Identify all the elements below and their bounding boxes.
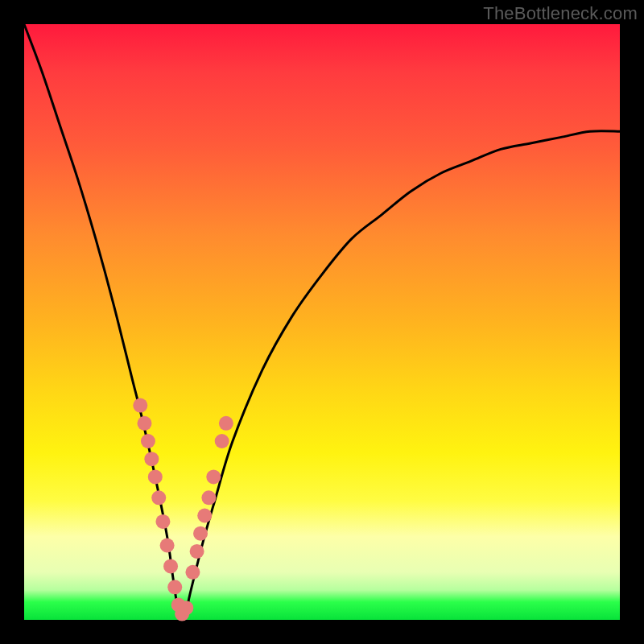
sample-point	[185, 565, 200, 580]
sample-point	[167, 580, 182, 594]
sample-point	[201, 490, 216, 505]
curve-layer	[24, 24, 620, 620]
sample-point	[215, 434, 229, 448]
sample-point	[179, 601, 193, 615]
sample-point	[151, 490, 166, 505]
sample-point	[148, 469, 163, 484]
chart-frame: TheBottleneck.com	[0, 0, 644, 644]
sample-point	[219, 416, 233, 431]
sample-point	[163, 559, 178, 573]
sample-point	[160, 539, 175, 553]
plot-area	[24, 24, 620, 620]
watermark-text: TheBottleneck.com	[483, 3, 638, 24]
sample-point	[190, 544, 204, 559]
sample-point	[155, 514, 170, 529]
sample-point	[206, 469, 221, 484]
sample-point	[133, 398, 147, 413]
sample-point	[141, 434, 155, 448]
sample-point	[193, 526, 208, 541]
sample-point	[144, 452, 159, 466]
sample-point	[137, 416, 151, 431]
sample-point	[197, 509, 212, 523]
bottleneck-curve	[24, 24, 620, 617]
